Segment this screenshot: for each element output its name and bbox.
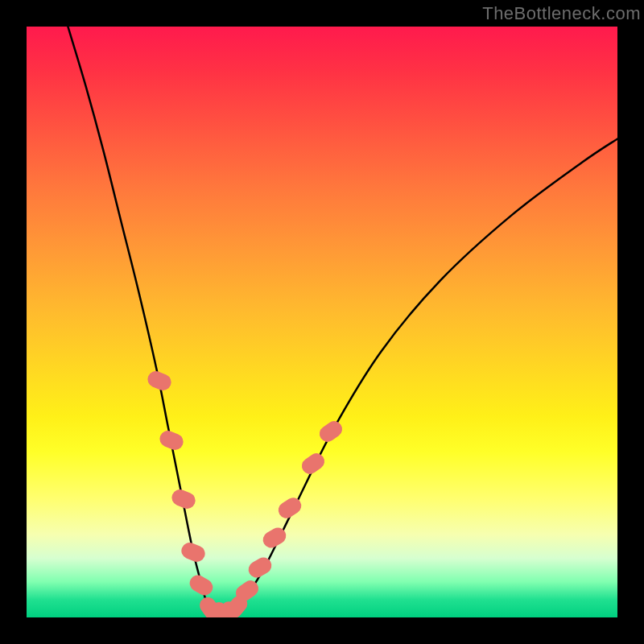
- watermark-text: TheBottleneck.com: [482, 3, 641, 24]
- chart-frame: TheBottleneck.com: [0, 0, 644, 644]
- plot-area: [27, 27, 617, 617]
- bottleneck-curve: [27, 27, 617, 617]
